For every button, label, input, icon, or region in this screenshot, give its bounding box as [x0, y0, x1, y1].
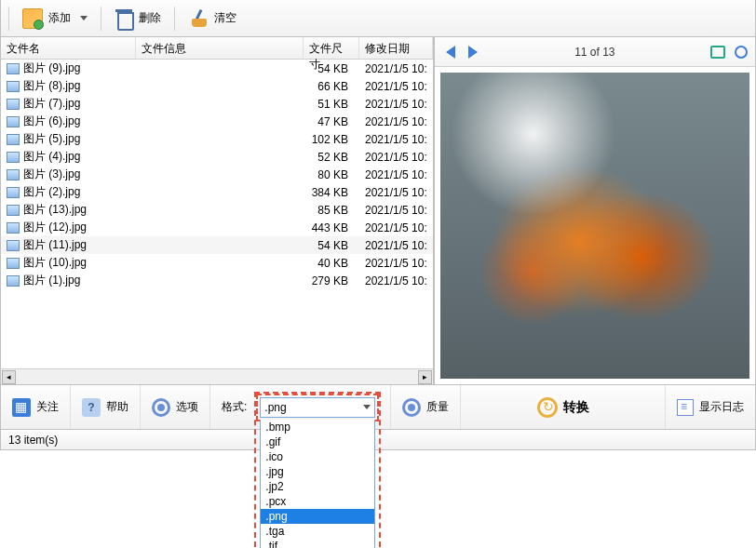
next-image-button[interactable] — [468, 46, 478, 59]
table-row[interactable]: 图片 (11).jpg54 KB2021/1/5 10: — [1, 236, 433, 254]
image-file-icon — [7, 152, 20, 163]
prev-image-button[interactable] — [446, 46, 455, 59]
file-date: 2021/1/5 10: — [359, 185, 433, 200]
add-image-icon — [22, 8, 43, 29]
table-row[interactable]: 图片 (13).jpg85 KB2021/1/5 10: — [1, 201, 433, 219]
preview-panel: 11 of 13 — [435, 37, 755, 384]
table-row[interactable]: 图片 (1).jpg279 KB2021/1/5 10: — [1, 272, 433, 289]
file-info — [136, 174, 304, 176]
table-row[interactable]: 图片 (10).jpg40 KB2021/1/5 10: — [1, 254, 433, 272]
file-info — [136, 103, 304, 105]
format-dropdown[interactable]: .bmp.gif.ico.jpg.jp2.pcx.png.tga.tif — [260, 420, 375, 549]
status-text: 13 item(s) — [8, 434, 58, 447]
image-file-icon — [7, 275, 20, 287]
col-info[interactable]: 文件信息 — [136, 37, 304, 59]
table-row[interactable]: 图片 (6).jpg47 KB2021/1/5 10: — [1, 113, 433, 130]
file-name: 图片 (10).jpg — [23, 255, 87, 271]
table-body: 图片 (9).jpg54 KB2021/1/5 10:图片 (8).jpg66 … — [1, 60, 433, 368]
image-file-icon — [7, 169, 20, 180]
format-option[interactable]: .tga — [261, 524, 374, 539]
format-label: 格式: — [222, 399, 247, 415]
col-date[interactable]: 修改日期 — [359, 37, 433, 59]
dropdown-caret-icon[interactable] — [80, 16, 88, 20]
table-header: 文件名 文件信息 文件尺寸 修改日期 — [1, 37, 433, 60]
table-row[interactable]: 图片 (8).jpg66 KB2021/1/5 10: — [1, 77, 433, 95]
table-row[interactable]: 图片 (4).jpg52 KB2021/1/5 10: — [1, 148, 433, 166]
follow-button[interactable]: 关注 — [1, 385, 71, 429]
col-name[interactable]: 文件名 — [1, 37, 136, 59]
file-date: 2021/1/5 10: — [359, 203, 433, 218]
options-button[interactable]: 选项 — [141, 385, 210, 429]
show-log-button[interactable]: 显示日志 — [666, 385, 755, 429]
file-info — [136, 68, 304, 70]
file-size: 443 KB — [304, 221, 359, 235]
file-size: 384 KB — [304, 185, 359, 200]
options-label: 选项 — [176, 399, 198, 415]
scroll-right-icon[interactable]: ▸ — [418, 370, 432, 384]
table-row[interactable]: 图片 (7).jpg51 KB2021/1/5 10: — [1, 95, 433, 113]
format-option[interactable]: .bmp — [261, 420, 374, 434]
file-size: 80 KB — [304, 167, 359, 182]
file-info — [136, 262, 304, 264]
delete-button[interactable]: 删除 — [107, 5, 169, 33]
file-size: 66 KB — [304, 79, 359, 94]
horizontal-scrollbar[interactable]: ◂ ▸ — [1, 368, 433, 384]
format-option[interactable]: .jp2 — [261, 479, 374, 494]
format-select[interactable]: .png — [260, 397, 375, 418]
file-date: 2021/1/5 10: — [359, 150, 433, 165]
file-info — [136, 86, 304, 87]
settings-preview-icon[interactable] — [735, 46, 748, 59]
convert-button[interactable]: 转换 — [461, 385, 666, 429]
file-name: 图片 (8).jpg — [23, 78, 80, 94]
file-date: 2021/1/5 10: — [359, 167, 433, 182]
col-size[interactable]: 文件尺寸 — [304, 37, 359, 59]
image-file-icon — [7, 116, 20, 127]
format-option[interactable]: .tif — [261, 539, 374, 549]
format-option[interactable]: .ico — [261, 449, 374, 464]
convert-label: 转换 — [563, 399, 589, 416]
image-file-icon — [7, 222, 20, 234]
image-counter: 11 of 13 — [574, 46, 614, 59]
image-file-icon — [7, 240, 20, 251]
file-size: 52 KB — [304, 150, 359, 165]
separator — [8, 7, 9, 31]
format-option[interactable]: .gif — [261, 434, 374, 449]
image-file-icon — [7, 258, 20, 269]
fullscreen-icon[interactable] — [710, 46, 725, 59]
file-info — [136, 121, 304, 123]
table-row[interactable]: 图片 (5).jpg102 KB2021/1/5 10: — [1, 130, 433, 148]
format-option[interactable]: .png — [261, 509, 374, 524]
image-file-icon — [7, 187, 20, 198]
format-option[interactable]: .jpg — [261, 464, 374, 479]
format-option[interactable]: .pcx — [261, 494, 374, 509]
file-name: 图片 (7).jpg — [23, 96, 80, 112]
add-button[interactable]: 添加 — [15, 5, 95, 33]
chevron-down-icon — [363, 405, 371, 409]
file-date: 2021/1/5 10: — [359, 221, 433, 235]
help-button[interactable]: ? 帮助 — [71, 385, 141, 429]
file-info — [136, 280, 304, 282]
scroll-left-icon[interactable]: ◂ — [2, 370, 16, 384]
follow-label: 关注 — [36, 399, 59, 415]
file-info — [136, 156, 304, 158]
delete-label: 删除 — [139, 10, 161, 26]
clear-button[interactable]: 清空 — [181, 5, 244, 33]
file-size: 279 KB — [304, 274, 359, 288]
preview-image — [440, 73, 749, 379]
file-info — [136, 227, 304, 229]
table-row[interactable]: 图片 (9).jpg54 KB2021/1/5 10: — [1, 60, 433, 77]
format-highlight: .png .bmp.gif.ico.jpg.jp2.pcx.png.tga.ti… — [256, 394, 379, 421]
file-name: 图片 (9).jpg — [23, 60, 80, 76]
separator — [101, 7, 101, 31]
help-icon: ? — [82, 398, 101, 417]
table-row[interactable]: 图片 (3).jpg80 KB2021/1/5 10: — [1, 166, 433, 183]
file-name: 图片 (6).jpg — [23, 114, 80, 129]
quality-button[interactable]: 质量 — [391, 385, 461, 429]
status-bar: 13 item(s) — [0, 430, 756, 450]
file-name: 图片 (11).jpg — [23, 237, 87, 253]
file-size: 102 KB — [304, 132, 359, 147]
image-file-icon — [7, 134, 20, 145]
table-row[interactable]: 图片 (12).jpg443 KB2021/1/5 10: — [1, 219, 433, 236]
table-row[interactable]: 图片 (2).jpg384 KB2021/1/5 10: — [1, 183, 433, 201]
preview-toolbar: 11 of 13 — [435, 37, 755, 67]
